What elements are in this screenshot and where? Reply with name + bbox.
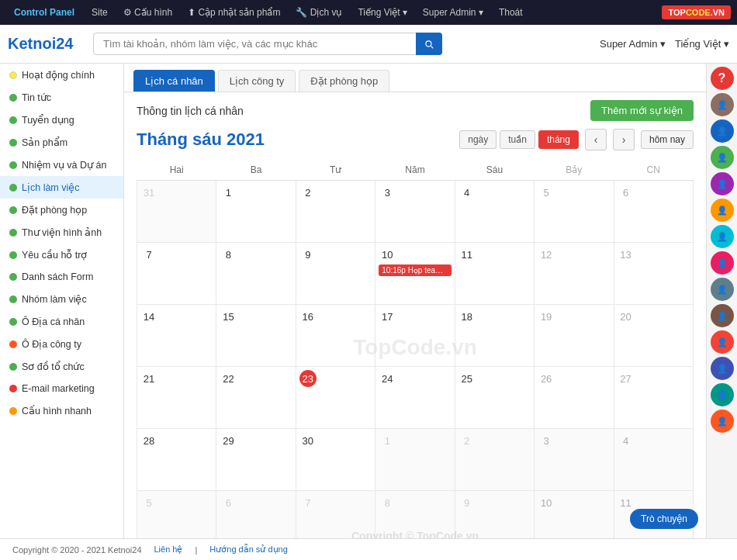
day-number: 1	[379, 432, 396, 449]
avatar[interactable]: 👤	[711, 251, 734, 275]
dich-vu-nav-item[interactable]: 🔧 Dịch vụ	[289, 0, 348, 25]
calendar-day[interactable]: 20	[614, 305, 693, 367]
calendar-day[interactable]: 10 10:16p Họp team online mùa COVID	[375, 243, 455, 305]
avatar[interactable]: 👤	[711, 199, 734, 222]
calendar-day[interactable]: 1	[216, 181, 296, 243]
sidebar-item-nhiemuvu[interactable]: Nhiệm vụ và Dự án	[0, 154, 123, 176]
footer-lien-he[interactable]: Liên hệ	[154, 544, 183, 555]
calendar-day[interactable]: 6	[216, 491, 296, 539]
calendar-day[interactable]: 22	[216, 367, 296, 429]
calendar-day[interactable]: 2	[455, 429, 534, 491]
avatar[interactable]: 👤	[711, 357, 734, 380]
sidebar-item-yeucau[interactable]: Yêu cầu hỗ trợ	[0, 244, 123, 266]
sidebar-item-sanpham[interactable]: Sản phẩm	[0, 131, 123, 154]
chat-button[interactable]: Trò chuyện	[630, 509, 698, 529]
calendar-day[interactable]: 19	[535, 305, 614, 367]
calendar-day[interactable]: 5	[137, 491, 216, 539]
calendar-day[interactable]: 29	[216, 429, 296, 491]
user-menu[interactable]: Super Admin ▾	[600, 38, 666, 50]
sidebar-item-lichlam[interactable]: Lịch làm việc	[0, 176, 123, 199]
sidebar-item-thuvien[interactable]: Thư viện hình ảnh	[0, 221, 123, 244]
avatar[interactable]: 👤	[711, 119, 734, 143]
calendar-day[interactable]: 26	[535, 367, 614, 429]
calendar-day[interactable]: 15	[216, 305, 296, 367]
tab-dat-phong-hop[interactable]: Đặt phòng họp	[299, 70, 389, 92]
calendar-day[interactable]: 21	[137, 367, 216, 429]
sidebar-item-odiacanhan[interactable]: Ô Địa cá nhân	[0, 310, 123, 333]
calendar-day[interactable]: 7	[137, 243, 216, 305]
view-buttons: ngày tuần tháng	[459, 130, 579, 149]
avatar[interactable]: 👤	[711, 278, 734, 301]
thoat-nav-item[interactable]: Thoát	[493, 0, 529, 25]
sidebar-item-tintuc[interactable]: Tin tức	[0, 86, 123, 109]
avatar[interactable]: 👤	[711, 330, 734, 354]
avatar[interactable]: 👤	[711, 93, 734, 116]
calendar-day[interactable]: 6	[614, 181, 693, 243]
prev-month-button[interactable]: ‹	[585, 129, 607, 150]
calendar-day[interactable]: 23	[296, 367, 375, 429]
calendar-day[interactable]: 24	[375, 367, 455, 429]
avatar[interactable]: 👤	[711, 383, 734, 406]
calendar-day[interactable]: 8	[216, 243, 296, 305]
calendar-day[interactable]: 14	[137, 305, 216, 367]
calendar-day[interactable]: 1	[375, 429, 455, 491]
calendar-day[interactable]: 27	[614, 367, 693, 429]
calendar-day[interactable]: 31	[137, 181, 216, 243]
calendar-day[interactable]: 8	[375, 491, 455, 539]
search-button[interactable]	[416, 33, 442, 55]
calendar-day[interactable]: 3	[375, 181, 455, 243]
sidebar-item-datphonghop[interactable]: Đặt phòng họp	[0, 199, 123, 221]
sidebar-item-tuyendung[interactable]: Tuyển dụng	[0, 109, 123, 131]
calendar-day[interactable]: 11	[455, 243, 534, 305]
super-admin-nav-item[interactable]: Super Admin ▾	[417, 0, 490, 25]
sidebar-item-danhsach[interactable]: Danh sách Form	[0, 266, 123, 288]
sidebar-item-cauhinh[interactable]: Cấu hình nhanh	[0, 399, 123, 422]
calendar-day[interactable]: 2	[296, 181, 375, 243]
sidebar-item-nhom[interactable]: Nhóm làm việc	[0, 288, 123, 310]
help-button[interactable]: ?	[711, 67, 734, 90]
control-panel-link[interactable]: Control Panel	[6, 7, 82, 18]
today-button[interactable]: hôm nay	[641, 130, 694, 149]
view-day-button[interactable]: ngày	[459, 130, 497, 149]
calendar-day[interactable]: 12	[535, 243, 614, 305]
calendar-day[interactable]: 5	[535, 181, 614, 243]
next-month-button[interactable]: ›	[613, 129, 635, 150]
site-nav-item[interactable]: Site	[85, 0, 114, 25]
tab-lich-ca-nhan[interactable]: Lịch cá nhân	[133, 70, 215, 92]
calendar-day[interactable]: 25	[455, 367, 534, 429]
avatar[interactable]: 👤	[711, 410, 734, 433]
avatar[interactable]: 👤	[711, 225, 734, 248]
footer-huong-dan[interactable]: Hướng dẫn sử dụng	[209, 544, 287, 555]
calendar-day[interactable]: 4	[614, 429, 693, 491]
calendar-day[interactable]: 4	[455, 181, 534, 243]
calendar-day[interactable]: 10	[535, 491, 614, 539]
calendar-day[interactable]: 30	[296, 429, 375, 491]
calendar-day[interactable]: 16	[296, 305, 375, 367]
cau-hinh-nav-item[interactable]: ⚙ Cấu hình	[117, 0, 178, 25]
day-number: 26	[538, 370, 555, 387]
avatar[interactable]: 👤	[711, 304, 734, 327]
sidebar-item-sodo[interactable]: Sơ đồ tổ chức	[0, 355, 123, 378]
lang-nav-item[interactable]: Tiếng Việt ▾	[351, 0, 413, 25]
calendar-day[interactable]: 28	[137, 429, 216, 491]
lang-menu[interactable]: Tiếng Việt ▾	[675, 38, 729, 50]
calendar-day[interactable]: 17	[375, 305, 455, 367]
avatar[interactable]: 👤	[711, 146, 734, 169]
add-event-button[interactable]: Thêm mới sự kiện	[590, 100, 694, 121]
calendar-day[interactable]: 7	[296, 491, 375, 539]
avatar[interactable]: 👤	[711, 172, 734, 195]
calendar-day[interactable]: 9	[296, 243, 375, 305]
calendar-day[interactable]: 3	[535, 429, 614, 491]
sidebar-item-email[interactable]: E-mail marketing	[0, 378, 123, 399]
cap-nhat-nav-item[interactable]: ⬆ Cập nhật sản phẩm	[182, 0, 286, 25]
calendar-event[interactable]: 10:16p Họp team online mùa COVID	[379, 264, 451, 276]
calendar-day[interactable]: 18	[455, 305, 534, 367]
view-week-button[interactable]: tuần	[500, 130, 535, 149]
calendar-day[interactable]: 9	[455, 491, 534, 539]
search-input[interactable]	[93, 33, 442, 55]
sidebar-item-hoatdong[interactable]: Hoạt động chính	[0, 64, 123, 86]
tab-lich-cong-ty[interactable]: Lịch công ty	[218, 70, 296, 92]
calendar-day[interactable]: 13	[614, 243, 693, 305]
sidebar-item-odiaconty[interactable]: Ô Địa công ty	[0, 333, 123, 355]
view-month-button[interactable]: tháng	[538, 130, 579, 149]
